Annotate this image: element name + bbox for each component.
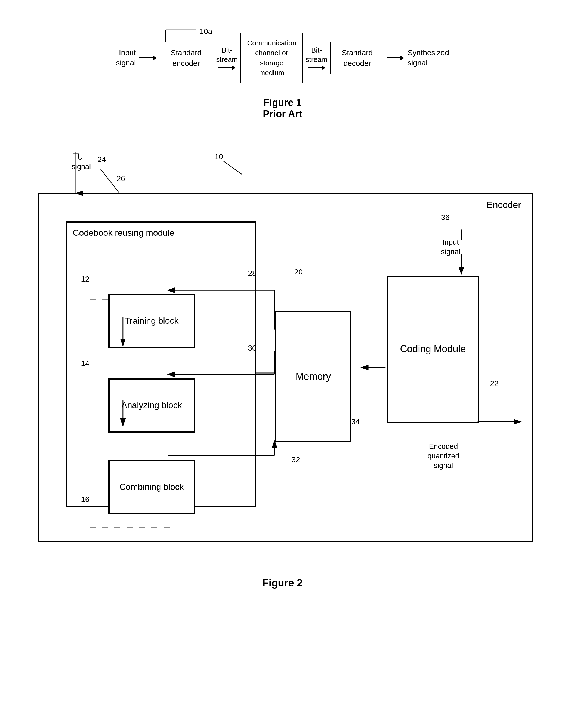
coding-module-box: Coding Module bbox=[387, 276, 479, 423]
analyzing-block-label: Analyzing block bbox=[121, 399, 182, 411]
standard-decoder-label: Standarddecoder bbox=[342, 47, 373, 69]
encoder-outer-box: Encoder Codebook reusing module 12 14 16… bbox=[38, 193, 533, 542]
comm-channel-box: Communicationchannel orstorage medium bbox=[241, 33, 303, 83]
coding-module-label: Coding Module bbox=[400, 342, 466, 356]
ref-36: 36 bbox=[441, 213, 450, 222]
encoder-label: Encoder bbox=[487, 200, 521, 210]
fig1-title: Figure 1 bbox=[263, 97, 302, 108]
analyzing-block: Analyzing block bbox=[108, 378, 195, 433]
codebook-label: Codebook reusing module bbox=[73, 228, 175, 238]
codebook-box: Codebook reusing module 12 14 16 Trainin… bbox=[66, 221, 256, 507]
figure2-container: UIsignal 24 26 10 Encoder Codebook reusi… bbox=[22, 152, 543, 589]
svg-line-26 bbox=[100, 169, 119, 193]
ref-28: 28 bbox=[248, 269, 257, 278]
ref-34: 34 bbox=[351, 417, 360, 426]
page: 10a Inputsignal Standardencoder Bit-stre… bbox=[0, 0, 565, 728]
ref-32: 32 bbox=[291, 455, 300, 464]
standard-encoder-box: Standardencoder bbox=[159, 42, 213, 74]
standard-decoder-box: Standarddecoder bbox=[330, 42, 384, 74]
training-block: Training block bbox=[108, 294, 195, 348]
ref-22: 22 bbox=[490, 379, 499, 388]
figure1-caption: Figure 1 Prior Art bbox=[263, 97, 302, 120]
input-signal-inner-label: Inputsignal bbox=[441, 238, 460, 257]
ref-12: 12 bbox=[81, 275, 90, 283]
synthesized-signal-label: Synthesizedsignal bbox=[407, 48, 449, 68]
combining-block-label: Combining block bbox=[119, 481, 184, 493]
figure1-container: 10a Inputsignal Standardencoder Bit-stre… bbox=[22, 27, 543, 120]
combining-block: Combining block bbox=[108, 460, 195, 514]
fig2-title: Figure 2 bbox=[263, 577, 303, 589]
standard-encoder-label: Standardencoder bbox=[171, 47, 202, 69]
ref-30: 30 bbox=[248, 344, 257, 353]
fig2-diagram: UIsignal 24 26 10 Encoder Codebook reusi… bbox=[24, 152, 541, 561]
memory-box: Memory bbox=[275, 311, 351, 442]
bitstream1-label: Bit-stream bbox=[216, 46, 238, 64]
comm-channel-label: Communicationchannel orstorage medium bbox=[247, 38, 296, 78]
bitstream2-label: Bit-stream bbox=[306, 46, 327, 64]
svg-line-25 bbox=[223, 161, 242, 174]
ref-20: 20 bbox=[294, 268, 303, 276]
training-block-label: Training block bbox=[125, 315, 179, 327]
fig1-subtitle: Prior Art bbox=[263, 108, 302, 120]
memory-label: Memory bbox=[295, 371, 331, 382]
input-signal-label: Inputsignal bbox=[116, 48, 136, 68]
figure2-caption: Figure 2 bbox=[263, 577, 303, 589]
encoded-quantized-label: Encodedquantizedsignal bbox=[428, 442, 459, 470]
